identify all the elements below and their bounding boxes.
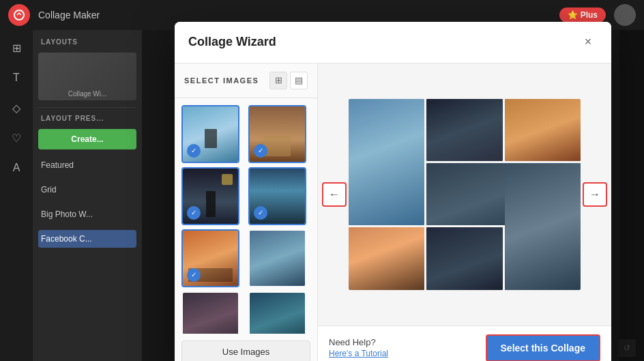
use-images-button[interactable]: Use Images: [181, 341, 310, 362]
app-logo[interactable]: [8, 4, 30, 26]
sidebar: ⊞ T ◇ ♡ A: [0, 30, 33, 361]
collage-wizard-modal: Collage Wizard × SELECT IMAGES ⊞ ▤: [175, 22, 611, 362]
collage-footer: Need Help? Here's a Tutorial Select this…: [318, 326, 611, 362]
modal-close-button[interactable]: ×: [579, 33, 598, 52]
grid-view-button[interactable]: ⊞: [269, 72, 287, 89]
collage-canvas: ←: [318, 63, 611, 326]
sidebar-item-graphics[interactable]: ◇: [4, 96, 29, 120]
help-link[interactable]: Here's a Tutorial: [329, 349, 388, 358]
app-title: Collage Maker: [38, 10, 100, 20]
modal-title: Collage Wizard: [188, 35, 276, 49]
modal-overlay: Collage Wizard × SELECT IMAGES ⊞ ▤: [142, 30, 644, 361]
sidebar-item-favorites[interactable]: ♡: [4, 126, 29, 150]
plus-icon: ⭐: [568, 10, 578, 20]
modal-header: Collage Wizard ×: [175, 22, 611, 63]
preset-facebook[interactable]: Facebook C...: [38, 230, 136, 248]
preset-big-photo[interactable]: Big Photo W...: [38, 205, 136, 223]
select-images-label: SELECT IMAGES: [184, 76, 259, 85]
help-section: Need Help? Here's a Tutorial: [329, 337, 388, 358]
sidebar-item-text[interactable]: T: [4, 66, 29, 90]
content-panel: LAYOUTS Collage Wi... LAYOUT PRES... Cre…: [33, 30, 142, 361]
preset-grid[interactable]: Grid: [38, 181, 136, 199]
check-badge-5: ✓: [187, 268, 201, 282]
check-badge-4: ✓: [254, 206, 267, 220]
image-thumb-8[interactable]: [248, 291, 306, 334]
image-thumb-1[interactable]: ✓: [181, 105, 239, 163]
main-canvas: Collage Wizard × SELECT IMAGES ⊞ ▤: [142, 30, 644, 361]
image-grid: ✓ ✓: [175, 98, 317, 334]
nav-arrow-left[interactable]: ←: [322, 182, 347, 207]
layouts-title: LAYOUTS: [38, 38, 136, 46]
collage-cell-5: [349, 227, 424, 289]
collage-cell-1: [349, 99, 424, 226]
user-avatar[interactable]: [614, 4, 636, 26]
sidebar-item-layouts[interactable]: ⊞: [4, 35, 29, 60]
check-badge-1: ✓: [187, 144, 201, 158]
image-thumb-7[interactable]: [181, 291, 239, 334]
create-button[interactable]: Create...: [38, 129, 136, 149]
image-thumb-5[interactable]: ✓: [181, 229, 239, 287]
image-thumb-4[interactable]: ✓: [248, 167, 306, 225]
layout-presets-title: LAYOUT PRES...: [38, 115, 136, 122]
collage-cell-6: [426, 227, 502, 289]
image-thumb-3[interactable]: ✓: [181, 167, 239, 225]
collage-cell-2: [426, 99, 502, 161]
select-collage-button[interactable]: Select this Collage: [486, 334, 600, 362]
image-selector-header: SELECT IMAGES ⊞ ▤: [175, 63, 317, 98]
svg-point-0: [14, 10, 24, 20]
check-badge-2: ✓: [254, 144, 267, 158]
image-selector-panel: SELECT IMAGES ⊞ ▤: [175, 63, 318, 362]
collage-cell-7: [505, 163, 581, 290]
help-text: Need Help?: [329, 337, 388, 347]
nav-arrow-right[interactable]: →: [583, 182, 607, 207]
image-thumb-6[interactable]: [248, 229, 306, 287]
modal-body: SELECT IMAGES ⊞ ▤: [175, 63, 611, 362]
image-thumb-2[interactable]: ✓: [248, 105, 306, 163]
plus-badge[interactable]: ⭐ Plus: [559, 8, 606, 23]
check-badge-3: ✓: [187, 206, 201, 220]
sidebar-item-font[interactable]: A: [4, 156, 29, 180]
collage-cell-3: [505, 99, 581, 161]
collage-preview-panel: ←: [318, 63, 611, 362]
view-toggle: ⊞ ▤: [269, 72, 308, 89]
layout-thumbnail[interactable]: Collage Wi...: [38, 53, 136, 100]
preset-featured[interactable]: Featured: [38, 156, 136, 174]
list-view-button[interactable]: ▤: [290, 72, 308, 89]
collage-layout: [349, 99, 581, 290]
